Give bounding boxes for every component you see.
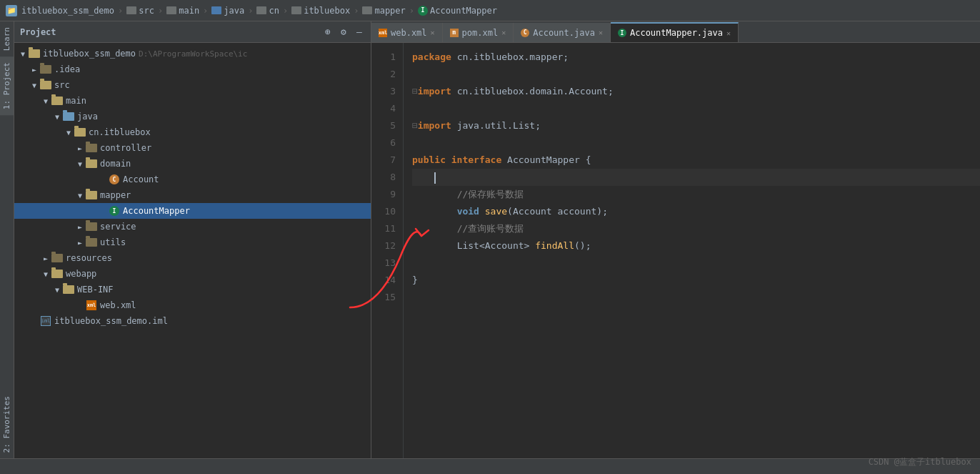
list-item[interactable]: ► controller xyxy=(14,140,371,156)
add-icon[interactable]: ⊕ xyxy=(322,26,334,38)
src-folder-icon xyxy=(126,6,136,14)
webxml-tab-icon: xml xyxy=(379,29,387,37)
account-tab-icon: C xyxy=(521,29,529,37)
webapp-folder-icon xyxy=(51,268,63,280)
code-line-1: package cn.itbluebox.mapper; xyxy=(412,49,980,66)
domain-folder-icon xyxy=(86,158,97,169)
list-item[interactable]: ▼ WEB-INF xyxy=(14,282,371,297)
project-panel-header: Project ⊕ ⚙ — xyxy=(14,21,371,43)
java-folder-icon xyxy=(63,111,74,122)
project-tree: ▼ itbluebox_ssm_demo D:\AProgramWorkSpac… xyxy=(14,43,371,458)
list-item[interactable]: xml web.xml xyxy=(14,297,371,313)
list-item[interactable]: ► service xyxy=(14,219,371,234)
main-folder-icon xyxy=(51,95,63,107)
service-folder-icon xyxy=(86,221,97,232)
minimize-icon[interactable]: — xyxy=(354,26,365,38)
utils-arrow: ► xyxy=(74,239,86,247)
list-item[interactable]: ▼ domain xyxy=(14,156,371,172)
service-arrow: ► xyxy=(74,223,86,231)
root-folder-icon xyxy=(29,48,40,59)
resources-folder-icon xyxy=(51,252,63,264)
code-line-9: //保存账号数据 xyxy=(412,186,980,203)
code-line-5: ⊟import java.util.List; xyxy=(412,117,980,134)
code-line-3: ⊟import cn.itbluebox.domain.Account; xyxy=(412,83,980,100)
webinf-arrow: ▼ xyxy=(51,286,63,294)
list-item[interactable]: ► .idea xyxy=(14,61,371,77)
code-line-10: void save(Account account); xyxy=(412,203,980,220)
mapper-arrow: ▼ xyxy=(74,192,86,199)
tab-account[interactable]: C Account.java ✕ xyxy=(514,23,611,42)
cn-arrow: ▼ xyxy=(63,129,74,137)
list-item[interactable]: ► resources xyxy=(14,250,371,266)
close-account-tab[interactable]: ✕ xyxy=(599,29,603,36)
bottom-bar xyxy=(0,458,980,474)
left-sidebar: Learn 1: Project 2: Favorites xyxy=(0,21,14,458)
editor-area: xml web.xml ✕ m pom.xml ✕ C Account.java… xyxy=(371,21,980,458)
code-line-13 xyxy=(412,255,980,272)
code-editor[interactable]: 1 2 3 4 5 6 7 8 9 10 11 12 13 14 15 xyxy=(371,43,980,458)
tab-accountmapper[interactable]: I AccountMapper.java ✕ xyxy=(611,22,739,42)
settings-icon[interactable]: ⚙ xyxy=(338,26,349,38)
list-item[interactable]: ▼ cn.itbluebox xyxy=(14,124,371,140)
accountmapper-tab-icon: I xyxy=(618,29,626,37)
list-item[interactable]: ▼ main xyxy=(14,93,371,109)
tab-pomxml[interactable]: m pom.xml ✕ xyxy=(443,23,514,42)
utils-folder-icon xyxy=(86,237,97,248)
controller-folder-icon xyxy=(86,142,97,154)
mapper-folder-icon xyxy=(86,189,97,201)
close-pomxml-tab[interactable]: ✕ xyxy=(501,29,506,36)
favorites-tab[interactable]: 2: Favorites xyxy=(0,390,14,458)
close-accountmapper-tab[interactable]: ✕ xyxy=(726,29,731,37)
resources-arrow: ► xyxy=(40,255,51,262)
itbluebox-folder-icon xyxy=(291,6,301,14)
code-line-8 xyxy=(412,169,980,186)
main-arrow: ▼ xyxy=(40,97,51,105)
mapper-folder-icon xyxy=(362,6,372,14)
domain-arrow: ▼ xyxy=(74,160,86,168)
src-arrow: ▼ xyxy=(29,82,40,89)
root-label: itbluebox_ssm_demo xyxy=(43,49,136,59)
root-arrow: ▼ xyxy=(17,50,29,58)
code-line-11: //查询账号数据 xyxy=(412,220,980,237)
close-webxml-tab[interactable]: ✕ xyxy=(431,29,435,36)
code-content[interactable]: package cn.itbluebox.mapper; ⊟import cn.… xyxy=(404,43,980,458)
account-mapper-icon: I xyxy=(109,205,120,217)
tree-root[interactable]: ▼ itbluebox_ssm_demo D:\AProgramWorkSpac… xyxy=(14,46,371,61)
iml-icon: iml xyxy=(40,315,51,327)
account-java-icon: C xyxy=(109,174,120,185)
code-line-2 xyxy=(412,66,980,83)
list-item[interactable]: ▼ src xyxy=(14,77,371,93)
list-item[interactable]: ▼ webapp xyxy=(14,266,371,282)
cn-folder-icon xyxy=(256,6,266,14)
idea-arrow: ► xyxy=(29,66,40,74)
webxml-icon: xml xyxy=(86,300,97,311)
code-line-6 xyxy=(412,134,980,152)
project-tab[interactable]: 1: Project xyxy=(0,56,14,115)
list-item[interactable]: C Account xyxy=(14,172,371,187)
list-item[interactable]: ► utils xyxy=(14,234,371,250)
project-panel: Project ⊕ ⚙ — ▼ itbluebox_ssm_demo D:\AP… xyxy=(14,21,371,458)
src-folder-icon xyxy=(40,79,51,91)
list-item[interactable]: ▼ mapper xyxy=(14,187,371,203)
list-item[interactable]: ▼ java xyxy=(14,109,371,124)
learn-tab[interactable]: Learn xyxy=(0,21,14,56)
controller-arrow: ► xyxy=(74,144,86,152)
tab-webxml[interactable]: xml web.xml ✕ xyxy=(371,23,443,42)
code-line-4 xyxy=(412,100,980,117)
line-numbers: 1 2 3 4 5 6 7 8 9 10 11 12 13 14 15 xyxy=(371,43,404,458)
main-folder-icon xyxy=(166,6,176,14)
project-icon: 📁 xyxy=(6,5,17,16)
webinf-folder-icon xyxy=(63,284,74,295)
list-item[interactable]: iml itbluebox_ssm_demo.iml xyxy=(14,313,371,329)
cn-folder-icon xyxy=(74,127,86,138)
code-line-7: public interface AccountMapper { xyxy=(412,152,980,169)
webapp-arrow: ▼ xyxy=(40,270,51,278)
root-path: D:\AProgramWorkSpace\ic xyxy=(139,49,247,59)
breadcrumb-bar: 📁 itbluebox_ssm_demo › src › main › java… xyxy=(0,0,980,21)
editor-tabs: xml web.xml ✕ m pom.xml ✕ C Account.java… xyxy=(371,21,980,43)
java-folder-icon xyxy=(211,6,221,14)
project-panel-title: Project xyxy=(20,27,318,37)
code-line-12: List<Account> findAll(); xyxy=(412,237,980,255)
account-mapper-item[interactable]: I AccountMapper xyxy=(14,203,371,219)
java-arrow: ▼ xyxy=(51,113,63,121)
